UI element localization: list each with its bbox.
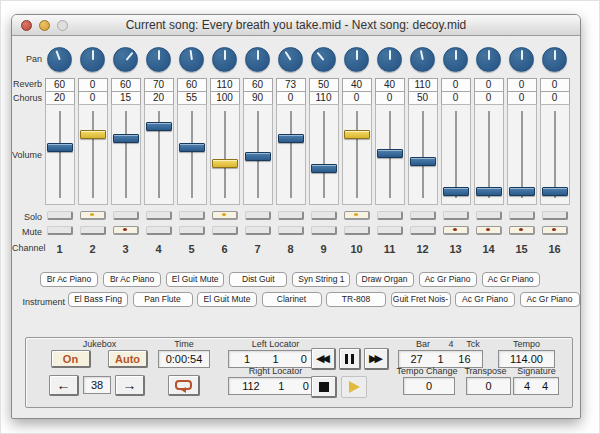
jukebox-on-button[interactable]: On bbox=[51, 350, 91, 368]
volume-slider-ch6[interactable] bbox=[210, 104, 240, 205]
chorus-value-ch8[interactable]: 0 bbox=[276, 91, 306, 105]
reverb-value-ch12[interactable]: 110 bbox=[408, 78, 438, 92]
solo-button-ch16[interactable] bbox=[542, 211, 568, 220]
reverb-value-ch11[interactable]: 40 bbox=[375, 78, 405, 92]
stop-button[interactable] bbox=[311, 376, 337, 398]
volume-thumb-ch7[interactable] bbox=[245, 152, 271, 161]
volume-slider-ch2[interactable] bbox=[78, 104, 108, 205]
solo-button-ch14[interactable] bbox=[476, 211, 502, 220]
jukebox-auto-button[interactable]: Auto bbox=[108, 350, 148, 368]
instrument-button-ch9[interactable]: Syn String 1 bbox=[292, 272, 350, 287]
mute-button-ch3[interactable] bbox=[113, 226, 139, 235]
pan-knob-ch4[interactable] bbox=[146, 47, 171, 72]
volume-slider-ch11[interactable] bbox=[375, 104, 405, 205]
titlebar[interactable]: Current song: Every breath you take.mid … bbox=[12, 15, 580, 36]
pan-knob-ch10[interactable] bbox=[344, 47, 369, 72]
mute-button-ch13[interactable] bbox=[443, 226, 469, 235]
instrument-button-ch6[interactable]: El Guit Mute bbox=[197, 292, 257, 307]
pan-knob-ch6[interactable] bbox=[212, 47, 237, 72]
solo-button-ch15[interactable] bbox=[509, 211, 535, 220]
volume-slider-ch3[interactable] bbox=[111, 104, 141, 205]
volume-slider-ch5[interactable] bbox=[177, 104, 207, 205]
mute-button-ch4[interactable] bbox=[146, 226, 172, 235]
volume-thumb-ch9[interactable] bbox=[311, 164, 337, 173]
mute-button-ch6[interactable] bbox=[212, 226, 238, 235]
transpose-display[interactable]: 0 bbox=[466, 377, 511, 395]
chorus-value-ch7[interactable]: 90 bbox=[243, 91, 273, 105]
instrument-button-ch5[interactable]: El Guit Mute bbox=[166, 272, 224, 287]
volume-slider-ch9[interactable] bbox=[309, 104, 339, 205]
pan-knob-ch3[interactable] bbox=[113, 47, 138, 72]
volume-thumb-ch14[interactable] bbox=[476, 187, 502, 196]
chorus-value-ch10[interactable]: 0 bbox=[342, 91, 372, 105]
instrument-button-ch14[interactable]: Ac Gr Piano bbox=[455, 292, 515, 307]
solo-button-ch7[interactable] bbox=[245, 211, 271, 220]
instrument-button-ch12[interactable]: Guit Fret Nois- bbox=[391, 292, 451, 307]
pan-knob-ch7[interactable] bbox=[245, 47, 270, 72]
instrument-button-ch15[interactable]: Ac Gr Piano bbox=[482, 272, 540, 287]
right-locator-display[interactable]: 11210 bbox=[228, 377, 323, 395]
instrument-button-ch13[interactable]: Ac Gr Piano bbox=[419, 272, 477, 287]
pan-knob-ch14[interactable] bbox=[476, 47, 501, 72]
reverb-value-ch1[interactable]: 60 bbox=[45, 78, 75, 92]
volume-thumb-ch2[interactable] bbox=[80, 130, 106, 139]
instrument-button-ch4[interactable]: Pan Flute bbox=[133, 292, 193, 307]
chorus-value-ch9[interactable]: 110 bbox=[309, 91, 339, 105]
instrument-button-ch3[interactable]: Br Ac Piano bbox=[103, 272, 161, 287]
reverb-value-ch9[interactable]: 50 bbox=[309, 78, 339, 92]
instrument-button-ch1[interactable]: Br Ac Piano bbox=[40, 272, 98, 287]
mute-button-ch12[interactable] bbox=[410, 226, 436, 235]
instrument-button-ch2[interactable]: El Bass Fing bbox=[68, 292, 128, 307]
chorus-value-ch12[interactable]: 50 bbox=[408, 91, 438, 105]
mute-button-ch7[interactable] bbox=[245, 226, 271, 235]
reverb-value-ch4[interactable]: 70 bbox=[144, 78, 174, 92]
volume-thumb-ch11[interactable] bbox=[377, 149, 403, 158]
pan-knob-ch9[interactable] bbox=[311, 47, 336, 72]
mute-button-ch14[interactable] bbox=[476, 226, 502, 235]
instrument-button-ch10[interactable]: TR-808 bbox=[326, 292, 386, 307]
pause-button[interactable] bbox=[339, 348, 361, 370]
reverb-value-ch10[interactable]: 40 bbox=[342, 78, 372, 92]
solo-button-ch11[interactable] bbox=[377, 211, 403, 220]
play-button[interactable] bbox=[341, 376, 367, 398]
solo-button-ch1[interactable] bbox=[47, 211, 73, 220]
reverb-value-ch6[interactable]: 110 bbox=[210, 78, 240, 92]
reverb-value-ch7[interactable]: 60 bbox=[243, 78, 273, 92]
pan-knob-ch5[interactable] bbox=[179, 47, 204, 72]
reverb-value-ch13[interactable]: 0 bbox=[441, 78, 471, 92]
pan-knob-ch13[interactable] bbox=[443, 47, 468, 72]
solo-button-ch2[interactable] bbox=[80, 211, 106, 220]
volume-slider-ch8[interactable] bbox=[276, 104, 306, 205]
volume-thumb-ch1[interactable] bbox=[47, 143, 73, 152]
volume-slider-ch16[interactable] bbox=[540, 104, 570, 205]
solo-button-ch8[interactable] bbox=[278, 211, 304, 220]
volume-thumb-ch10[interactable] bbox=[344, 130, 370, 139]
volume-thumb-ch5[interactable] bbox=[179, 143, 205, 152]
volume-slider-ch1[interactable] bbox=[45, 104, 75, 205]
chorus-value-ch6[interactable]: 100 bbox=[210, 91, 240, 105]
chorus-value-ch11[interactable]: 0 bbox=[375, 91, 405, 105]
volume-thumb-ch12[interactable] bbox=[410, 157, 436, 166]
instrument-button-ch16[interactable]: Ac Gr Piano bbox=[520, 292, 580, 307]
pan-knob-ch12[interactable] bbox=[410, 47, 435, 72]
chorus-value-ch3[interactable]: 15 bbox=[111, 91, 141, 105]
volume-slider-ch15[interactable] bbox=[507, 104, 537, 205]
tempo-change-display[interactable]: 0 bbox=[403, 377, 455, 395]
chorus-value-ch1[interactable]: 20 bbox=[45, 91, 75, 105]
volume-thumb-ch4[interactable] bbox=[146, 122, 172, 131]
chorus-value-ch4[interactable]: 20 bbox=[144, 91, 174, 105]
mute-button-ch2[interactable] bbox=[80, 226, 106, 235]
pan-knob-ch8[interactable] bbox=[278, 47, 303, 72]
mute-button-ch16[interactable] bbox=[542, 226, 568, 235]
reverb-value-ch2[interactable]: 0 bbox=[78, 78, 108, 92]
volume-thumb-ch8[interactable] bbox=[278, 134, 304, 143]
volume-slider-ch7[interactable] bbox=[243, 104, 273, 205]
chorus-value-ch15[interactable]: 0 bbox=[507, 91, 537, 105]
signature-display[interactable]: 44 bbox=[513, 377, 559, 395]
reverb-value-ch15[interactable]: 0 bbox=[507, 78, 537, 92]
chorus-value-ch2[interactable]: 0 bbox=[78, 91, 108, 105]
previous-song-button[interactable]: ← bbox=[49, 375, 79, 396]
instrument-button-ch11[interactable]: Draw Organ bbox=[356, 272, 414, 287]
solo-button-ch13[interactable] bbox=[443, 211, 469, 220]
pan-knob-ch16[interactable] bbox=[542, 47, 567, 72]
